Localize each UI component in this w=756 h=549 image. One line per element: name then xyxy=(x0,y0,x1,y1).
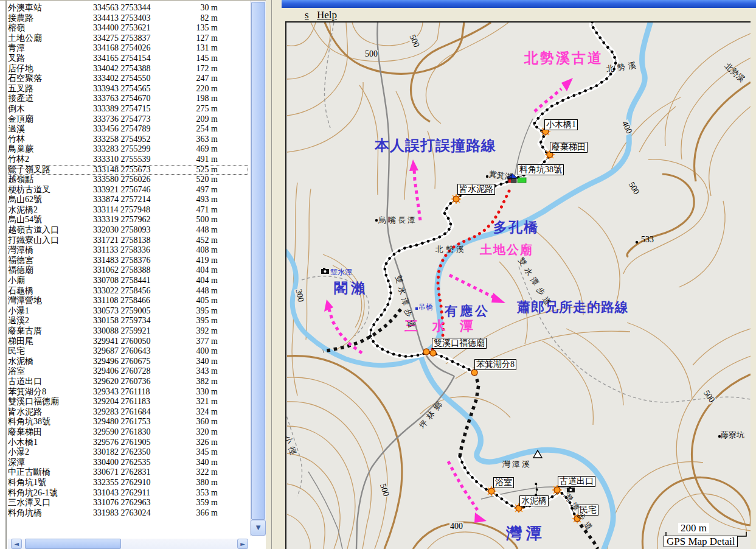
waypoint-row[interactable]: 打鐵寮山入口 331721 2758138 452 m xyxy=(8,236,248,246)
waypoint-label[interactable]: 水泥橋 xyxy=(519,495,549,506)
waypoint-row[interactable]: 倒木 333389 2754715 275 m xyxy=(8,104,248,114)
scroll-left-button[interactable]: ◄ xyxy=(11,539,22,549)
waypoint-row[interactable]: 鶯子嶺叉路 333148 2755673 525 m xyxy=(8,165,248,175)
waypoint-row[interactable]: 水泥橋2 333114 2757948 471 m xyxy=(8,205,248,215)
waypoint-coords: 332030 2758093 xyxy=(93,225,181,236)
vertical-scrollbar[interactable]: ▼ xyxy=(250,1,266,536)
waypoint-row[interactable]: 接農路 334413 2753403 82 m xyxy=(8,13,248,24)
scale-distance: 200 m xyxy=(678,523,709,533)
waypoint-name: 福德廟 xyxy=(8,265,93,276)
waypoint-label[interactable]: 廢棄梯田 xyxy=(550,142,588,153)
waypoint-row[interactable]: 水泥橋 329496 2760675 340 m xyxy=(8,357,248,367)
waypoint-row[interactable]: 店仔地 334042 2754388 172 m xyxy=(8,64,248,74)
waypoint-row[interactable]: 雙溪口福德廟 329204 2761183 321 m xyxy=(8,397,248,407)
waypoint-row[interactable]: 叉路 334165 2754154 145 m xyxy=(8,54,248,64)
stream-label: 灣潭溪 xyxy=(502,460,532,468)
waypoint-row[interactable]: 梯田尾 329941 2760050 377 m xyxy=(8,337,248,347)
waypoint-elevation: 471 m xyxy=(181,205,218,215)
waypoint-row[interactable]: 灣潭橋 331133 2758336 408 m xyxy=(8,245,248,256)
horizontal-scrollbar[interactable]: ◄ ► xyxy=(8,539,248,549)
waypoint-row[interactable]: 浴室 329406 2760728 343 m xyxy=(8,366,248,377)
waypoint-row[interactable]: 皆水泥路 329283 2761684 324 m xyxy=(8,407,248,418)
stream-label: 北勢溪 xyxy=(435,245,466,253)
waypoint-row[interactable]: 三水潭叉口 331076 2762963 359 m xyxy=(8,498,248,508)
menu-item-help[interactable]: Help xyxy=(317,9,337,21)
waypoint-row[interactable]: 苯箕湖分8 329343 2761118 330 m xyxy=(8,387,248,397)
waypoint-label[interactable]: 料角坑38號 xyxy=(518,164,564,175)
waypoint-row[interactable]: 小木橋1 329576 2761905 326 m xyxy=(8,438,248,448)
waypoint-elevation: 405 m xyxy=(181,296,218,306)
waypoint-coords: 334165 2754154 xyxy=(93,54,181,64)
waypoint-coords: 333943 2754565 xyxy=(93,84,181,94)
waypoint-name: 鶯子嶺叉路 xyxy=(8,165,93,175)
waypoint-row[interactable]: 廢棄梯田 329590 2761830 320 m xyxy=(8,427,248,438)
waypoint-name: 水泥橋 xyxy=(8,357,93,367)
waypoint-row[interactable]: 福德宮 331483 2758376 419 m xyxy=(8,256,248,266)
waypoint-row[interactable]: 深潭 330400 2762535 340 m xyxy=(8,458,248,468)
waypoint-row[interactable]: 石龜橋 333022 2758456 448 m xyxy=(8,286,248,296)
waypoint-name: 越嶺古道入口 xyxy=(8,225,93,236)
waypoint-row[interactable]: 接產道 333763 2754670 198 m xyxy=(8,94,248,104)
waypoint-row[interactable]: 梗枋古道叉 333921 2756746 497 m xyxy=(8,185,248,195)
waypoint-row[interactable]: 土地公廟 334275 2753837 127 m xyxy=(8,33,248,44)
waypoint-row[interactable]: 烏山54號 333319 2757962 500 m xyxy=(8,215,248,225)
waypoint-row[interactable]: 灣潭營地 331108 2758466 405 m xyxy=(8,296,248,306)
waypoint-name: 外澳車站 xyxy=(8,3,93,13)
waypoint-label[interactable]: 古道出口 xyxy=(558,476,595,487)
waypoint-row[interactable]: 金頂廟 333736 2754773 209 m xyxy=(8,114,248,125)
waypoint-coords: 329480 2761753 xyxy=(93,417,181,427)
waypoint-row[interactable]: 石空聚落 333402 2754550 247 m xyxy=(8,74,248,84)
waypoint-elevation: 172 m xyxy=(181,64,218,74)
waypoint-row[interactable]: 越嶺點 333580 2756026 520 m xyxy=(8,175,248,185)
waypoint-label[interactable]: 苯箕湖分8 xyxy=(474,359,516,370)
waypoint-row[interactable]: 過溪2 330158 2759734 395 m xyxy=(8,316,248,326)
waypoint-coords: 331076 2762963 xyxy=(93,498,181,508)
scale-caption: GPS Map Detail xyxy=(664,536,738,547)
waypoint-row[interactable]: 小廟 330708 2758441 404 m xyxy=(8,276,248,286)
waypoint-elevation: 408 m xyxy=(181,245,218,256)
waypoint-label[interactable]: 雙溪口福德廟 xyxy=(432,338,487,349)
waypoint-row[interactable]: 烏山62號 333874 2757214 493 m xyxy=(8,195,248,205)
place-label: 烏嘴長潭 xyxy=(378,216,417,224)
waypoint-name: 雙溪口福德廟 xyxy=(8,397,93,407)
waypoint-row[interactable]: 料角坑26-1號 331043 2762911 353 m xyxy=(8,488,248,498)
waypoint-row[interactable]: 古道出口 329620 2760736 382 m xyxy=(8,377,248,387)
waypoint-row[interactable]: 廢棄古厝 330088 2759921 392 m xyxy=(8,326,248,337)
scroll-down-button[interactable]: ▼ xyxy=(251,520,266,536)
waypoint-label[interactable]: 皆水泥路 xyxy=(457,184,495,195)
waypoint-coords: 331043 2762911 xyxy=(93,488,181,498)
waypoint-coords: 329620 2760736 xyxy=(93,377,181,387)
waypoint-name: 浴室 xyxy=(8,366,93,377)
waypoint-row[interactable]: 福德廟 331062 2758388 404 m xyxy=(8,265,248,276)
menu-item-partial[interactable]: s xyxy=(305,9,309,21)
waypoint-name: 古道出口 xyxy=(8,377,93,387)
title-bar[interactable] xyxy=(282,0,756,8)
waypoint-name: 店仔地 xyxy=(8,64,93,74)
waypoint-row[interactable]: 料角坑38號 329480 2761753 360 m xyxy=(8,417,248,427)
waypoint-row[interactable]: 鳥巢蕨 333283 2755299 469 m xyxy=(8,144,248,155)
waypoint-row[interactable]: 竹林2 333310 2755539 491 m xyxy=(8,155,248,165)
scroll-right-button[interactable]: ► xyxy=(237,539,248,549)
waypoint-row[interactable]: 小瀑1 330573 2759005 395 m xyxy=(8,306,248,316)
waypoint-row[interactable]: 料角坑1號 332355 2762910 380 m xyxy=(8,478,248,488)
annotation-label: 閣瀨 xyxy=(334,281,368,295)
waypoint-row[interactable]: 民宅 329687 2760643 400 m xyxy=(8,346,248,357)
vertical-scrollbar-thumb[interactable] xyxy=(251,2,265,520)
horizontal-scrollbar-thumb[interactable] xyxy=(25,539,121,549)
waypoint-row[interactable]: 青潭 334168 2754026 131 m xyxy=(8,43,248,54)
waypoint-label[interactable]: 小木橋1 xyxy=(544,119,578,130)
waypoint-row[interactable]: 中正古斷橋 330671 2762831 322 m xyxy=(8,467,248,478)
waypoint-row[interactable]: 越嶺古道入口 332030 2758093 448 m xyxy=(8,225,248,236)
waypoint-row[interactable]: 榕嶺 334400 2753621 135 m xyxy=(8,23,248,33)
waypoint-elevation: 322 m xyxy=(181,467,218,478)
waypoint-row[interactable]: 五叉路 333943 2754565 220 m xyxy=(8,84,248,94)
waypoint-row[interactable]: 過溪 333456 2754789 254 m xyxy=(8,124,248,135)
map-canvas[interactable]: 小木橋1 廢棄梯田 料角坑38號 皆水泥路 雙溪口福德廟 苯箕湖分8 浴室 水泥… xyxy=(285,21,751,549)
waypoint-row[interactable]: 外澳車站 334563 2753344 30 m xyxy=(8,3,248,13)
waypoint-row[interactable]: 料角坑橋 331983 2763024 366 m xyxy=(8,508,248,519)
waypoint-row[interactable]: 小瀑2 330182 2762350 345 m xyxy=(8,447,248,458)
waypoint-row[interactable]: 竹林 333258 2754952 363 m xyxy=(8,135,248,145)
waypoint-elevation: 220 m xyxy=(181,84,218,94)
waypoint-label[interactable]: 浴室 xyxy=(493,477,514,488)
waypoint-coords: 333258 2754952 xyxy=(93,135,181,145)
